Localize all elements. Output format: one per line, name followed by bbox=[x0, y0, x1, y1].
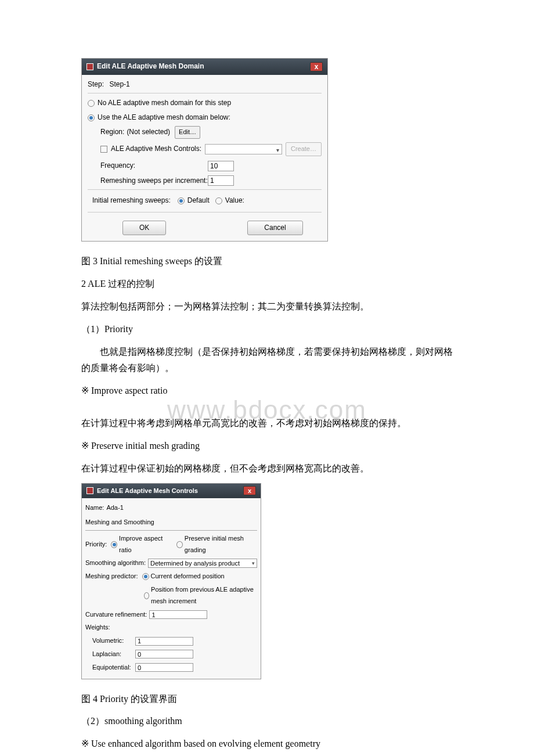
paragraph-preserve-desc: 在计算过程中保证初始的网格梯度，但不会考虑到网格宽高比的改善。 bbox=[81, 460, 476, 477]
weight-laplacian-label: Laplacian: bbox=[92, 649, 133, 660]
bullet-enhanced-algo: ※ Use enhanced algorithm based on evolvi… bbox=[81, 736, 476, 753]
curvature-input[interactable] bbox=[149, 610, 207, 619]
step-label: Step: bbox=[88, 80, 104, 88]
ok-button[interactable]: OK bbox=[122, 221, 166, 236]
opt-use-domain-label: Use the ALE adaptive mesh domain below: bbox=[98, 111, 230, 124]
meshpred-label: Meshing predictor: bbox=[85, 571, 138, 582]
section-2-heading: 2 ALE 过程的控制 bbox=[81, 276, 476, 293]
init-value-label: Value: bbox=[225, 195, 244, 207]
radio-current-deformed[interactable] bbox=[142, 573, 149, 580]
weights-label: Weights: bbox=[85, 622, 110, 633]
init-sweeps-label: Initial remeshing sweeps: bbox=[92, 195, 171, 207]
figure-3-caption: 图 3 Initial remeshing sweeps 的设置 bbox=[81, 253, 476, 270]
region-value: (Not selected) bbox=[127, 126, 170, 139]
bullet-preserve-grading: ※ Preserve initial mesh grading bbox=[81, 438, 476, 455]
subsection-1-priority: （1）Priority bbox=[81, 321, 476, 338]
radio-improve-aspect[interactable] bbox=[111, 541, 117, 548]
app-icon bbox=[86, 487, 93, 494]
weight-volumetric-label: Volumetric: bbox=[92, 635, 133, 647]
smoothing-label: Smoothing algorithm: bbox=[85, 557, 146, 569]
step-row: Step: Step-1 bbox=[88, 78, 322, 94]
sweeps-label: Remeshing sweeps per increment: bbox=[100, 175, 208, 188]
close-icon[interactable]: x bbox=[310, 62, 323, 71]
meshpred-opt1-label: Current deformed position bbox=[151, 571, 225, 582]
controls-label: ALE Adaptive Mesh Controls: bbox=[111, 143, 201, 156]
radio-use-domain[interactable] bbox=[88, 114, 95, 121]
priority-opt1-label: Improve aspect ratio bbox=[119, 533, 170, 556]
radio-init-default[interactable] bbox=[178, 197, 185, 204]
paragraph-improve-desc: 在计算过程中将考虑到网格单元高宽比的改善，不考虑对初始网格梯度的保持。 bbox=[81, 415, 476, 432]
frequency-label: Frequency: bbox=[100, 160, 208, 172]
cancel-button[interactable]: Cancel bbox=[247, 221, 302, 236]
title-bar: Edit ALE Adaptive Mesh Domain x bbox=[82, 59, 327, 75]
step-value: Step-1 bbox=[109, 80, 129, 88]
app-icon bbox=[86, 63, 93, 70]
frequency-input[interactable] bbox=[208, 161, 234, 171]
name-label: Name: bbox=[85, 502, 104, 514]
meshpred-opt2-label: Position from previous ALE adaptive mesh… bbox=[151, 584, 257, 607]
sweeps-input[interactable] bbox=[208, 175, 234, 186]
tab-meshing-smoothing[interactable]: Meshing and Smoothing bbox=[85, 516, 257, 531]
radio-prev-increment[interactable] bbox=[144, 592, 149, 599]
smoothing-combo[interactable]: Determined by analysis product bbox=[148, 559, 257, 568]
edit-region-button[interactable]: Edit… bbox=[175, 126, 200, 139]
weight-equipotential-label: Equipotential: bbox=[92, 662, 133, 674]
priority-opt2-label: Preserve initial mesh grading bbox=[185, 533, 257, 556]
init-default-label: Default bbox=[187, 195, 210, 207]
dialog-title: Edit ALE Adaptive Mesh Domain bbox=[97, 60, 310, 73]
subsection-2-smoothing: （2）smoothing algorithm bbox=[81, 713, 476, 730]
name-value: Ada-1 bbox=[106, 502, 123, 514]
region-label: Region: bbox=[100, 126, 124, 139]
controls-checkbox[interactable] bbox=[100, 146, 107, 153]
create-button: Create… bbox=[286, 142, 322, 156]
weight-laplacian-input[interactable] bbox=[135, 650, 193, 658]
radio-init-value[interactable] bbox=[215, 197, 222, 204]
controls-combo[interactable] bbox=[205, 144, 282, 154]
edit-ale-mesh-controls-dialog: Edit ALE Adaptive Mesh Controls x Name: … bbox=[81, 483, 261, 679]
paragraph-algo-intro: 算法控制包括两部分；一为网格算法控制；其二为变量转换算法控制。 bbox=[81, 298, 476, 315]
title-bar-2: Edit ALE Adaptive Mesh Controls x bbox=[82, 484, 261, 499]
close-icon[interactable]: x bbox=[243, 486, 256, 495]
priority-label: Priority: bbox=[85, 539, 107, 550]
weight-volumetric-input[interactable] bbox=[135, 637, 193, 646]
curvature-label: Curvature refinement: bbox=[85, 609, 147, 621]
radio-no-domain[interactable] bbox=[88, 100, 95, 107]
paragraph-priority-desc: 也就是指网格梯度控制（是否保持初始网格梯度，若需要保持初始网格梯度，则对网格的质… bbox=[58, 344, 476, 377]
weight-equipotential-input[interactable] bbox=[135, 663, 193, 672]
edit-ale-mesh-domain-dialog: Edit ALE Adaptive Mesh Domain x Step: St… bbox=[81, 58, 328, 242]
dialog2-title: Edit ALE Adaptive Mesh Controls bbox=[97, 485, 243, 497]
radio-preserve-grading[interactable] bbox=[176, 541, 183, 548]
bullet-improve-aspect: ※ Improve aspect ratio bbox=[81, 383, 476, 399]
figure-4-caption: 图 4 Priority 的设置界面 bbox=[81, 691, 476, 708]
opt-no-domain-label: No ALE adaptive mesh domain for this ste… bbox=[98, 97, 231, 110]
